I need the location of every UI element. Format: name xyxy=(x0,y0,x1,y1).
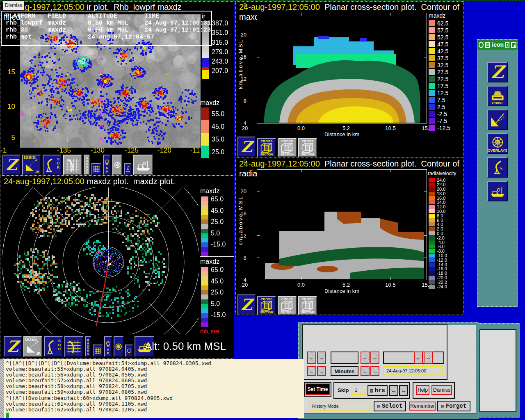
forget-button[interactable]: ▤Forget xyxy=(437,401,470,411)
ship-button[interactable] xyxy=(133,155,153,175)
button-label: CROSS xyxy=(302,297,313,301)
window-iconify-icon[interactable]: ▗ xyxy=(511,42,516,48)
buoy-button[interactable] xyxy=(124,163,132,175)
radar-ppi-display xyxy=(2,187,199,334)
history-mode-field[interactable]: History Mode xyxy=(309,402,370,411)
step-forward-button[interactable]: → xyxy=(370,352,379,364)
help-button[interactable]: Help xyxy=(416,385,429,395)
time-control-window: ← → ← → ← → ← → Minutes ← → 24-Aug-97,12… xyxy=(298,322,479,419)
zebra-button[interactable]: Z xyxy=(2,155,21,175)
colorbar-tick: 65.0 xyxy=(211,196,226,207)
colorbar-tick: -7.5 xyxy=(435,118,447,124)
colorbar-entry: 22.5 xyxy=(429,75,450,82)
button-label: CROSS xyxy=(261,297,272,301)
y-tick: 15 xyxy=(0,68,15,76)
overlay-wheel-button[interactable] xyxy=(114,336,123,357)
cross-section-1-button[interactable]: CROSSSECTION xyxy=(257,296,276,315)
surveillance-button[interactable]: SUR xyxy=(44,336,63,357)
colorbar-tick: -24.0 xyxy=(435,284,447,289)
colorbar-entry: 12.5 xyxy=(429,89,450,96)
table-body: rhb_lowprf maxdz 0.50 km MSL 24-Aug-97,1… xyxy=(2,20,211,41)
colorbar-entry: -24.0 xyxy=(429,284,447,289)
contour-plot xyxy=(257,169,427,280)
icon-palette-window: ▤ icon ● ▗ ZPRINTOVERLAYS xyxy=(477,39,518,307)
ship-button[interactable] xyxy=(487,181,508,201)
y-tick: 12 xyxy=(236,233,247,239)
minutes-back-button[interactable]: ← xyxy=(307,366,316,376)
color-swatch xyxy=(429,236,435,240)
dismiss-button[interactable]: Dismiss xyxy=(431,385,452,395)
bounds-button[interactable]: BOUNDS xyxy=(85,336,91,357)
skip-field[interactable]: 1 xyxy=(352,385,365,395)
skip-forward-button[interactable]: → xyxy=(399,385,408,396)
remember-button[interactable]: Remember xyxy=(409,402,436,411)
cross-section-3-button[interactable]: CROSSSECTION xyxy=(298,296,317,315)
header-time: TIME xyxy=(144,13,159,20)
cross-section-1-button[interactable]: CROSSSECTION xyxy=(257,138,276,157)
x-tick: 10.5 xyxy=(381,125,399,131)
minutes-button[interactable]: Minutes xyxy=(331,366,358,376)
grid-button[interactable] xyxy=(93,345,103,357)
goes-ir-button[interactable]: GOES.IR xyxy=(22,155,41,175)
colorbar-entry: -7.5 xyxy=(429,117,450,124)
select-button[interactable]: ▤Select xyxy=(374,401,406,411)
surveillance-button[interactable]: SUR xyxy=(43,155,62,175)
zebra-button[interactable]: Z xyxy=(237,137,256,157)
color-swatch xyxy=(201,120,209,133)
radar-scan-button[interactable] xyxy=(487,110,508,130)
colorbar-entry: 18.0 xyxy=(429,191,447,196)
color-swatch xyxy=(429,209,435,213)
colorbar-entry: 57.5 xyxy=(429,27,450,34)
skip-back-button[interactable]: ← xyxy=(389,385,398,396)
print-button[interactable]: PRINT xyxy=(487,86,508,106)
minutes-forward-button[interactable]: → xyxy=(317,366,326,376)
overlays-button[interactable]: OVERLAYS xyxy=(487,133,508,154)
colorbar-label: maxdz xyxy=(429,12,445,19)
terminal-scrollbar[interactable] xyxy=(0,359,4,418)
zebra-logo-button[interactable]: Z xyxy=(487,62,508,82)
cross-section-3-button[interactable]: CROSSSECTION xyxy=(298,138,317,157)
colorbar-tick: 62.5 xyxy=(435,20,448,27)
button-label: SUR xyxy=(56,157,60,169)
goes-ir-button[interactable]: GOES.IR xyxy=(23,336,42,357)
step-back-button[interactable]: ← xyxy=(361,352,370,364)
step-back-button[interactable]: ← xyxy=(414,352,423,364)
minutes-back-button[interactable]: ← xyxy=(361,366,370,376)
step-forward-button[interactable]: → xyxy=(317,352,326,364)
antenna-button[interactable] xyxy=(487,157,508,178)
zebra-button[interactable]: Z xyxy=(4,336,22,357)
radar-grid-button[interactable] xyxy=(64,336,83,357)
map-button[interactable]: MAP xyxy=(104,336,112,357)
window-dot-icon[interactable]: ● xyxy=(505,42,509,48)
set-time-button[interactable]: Set Time xyxy=(306,383,330,395)
dismiss-button[interactable]: Dismiss xyxy=(3,0,24,10)
colorbar-entry: 7.5 xyxy=(429,96,450,103)
datetime-field[interactable]: 24-Aug-97,12:05:00 xyxy=(383,366,443,375)
select-label: Select xyxy=(382,403,402,409)
window-list-icon[interactable]: ▤ xyxy=(485,42,491,48)
zebra-button[interactable]: Z xyxy=(237,294,256,315)
colorbar-label: radialvelocity xyxy=(428,171,456,176)
step-back-button[interactable]: ← xyxy=(307,352,316,364)
color-swatch xyxy=(429,104,435,110)
map-button[interactable]: MAP xyxy=(103,155,111,175)
maxdz-bar1-ticks: 65.045.025.05.0-15.0 xyxy=(211,196,226,252)
radar-grid-button[interactable] xyxy=(63,155,82,175)
window-menu-icon[interactable] xyxy=(479,42,484,48)
hrs-button[interactable]: ▤hrs xyxy=(368,385,388,396)
color-swatch xyxy=(429,240,435,244)
range-ring-button[interactable] xyxy=(125,345,133,357)
colorbar-entry: 24.0 xyxy=(429,178,447,183)
color-swatch xyxy=(429,62,435,68)
grid-button[interactable] xyxy=(91,163,101,175)
minutes-forward-button[interactable]: → xyxy=(370,366,379,376)
bounds-button[interactable]: BOUNDS xyxy=(84,155,90,175)
palette-title: icon xyxy=(492,41,504,48)
terminal-window[interactable]: ^[[A^[[D^[[D^[[D^[[Dvolume:beaufait:54>x… xyxy=(0,359,304,418)
overlay-wheel-button[interactable] xyxy=(112,155,122,175)
step-unit-button[interactable] xyxy=(331,352,358,364)
step-forward-button[interactable]: → xyxy=(424,352,433,364)
cross-section-2-button[interactable]: CROSSSECTION xyxy=(278,296,297,315)
cross-section-2-button[interactable]: CROSSSECTION xyxy=(278,138,297,157)
colorbar-tick: 25.0 xyxy=(209,148,224,156)
